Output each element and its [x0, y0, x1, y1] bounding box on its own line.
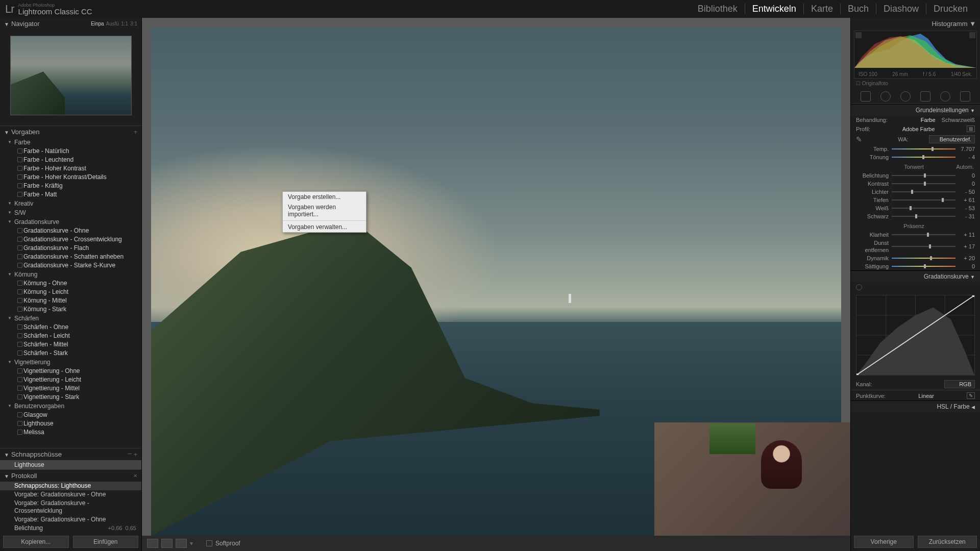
slider-Sättigung[interactable]: Sättigung0 — [851, 262, 980, 270]
histogram-display[interactable]: ISO 100 26 mm f / 5.6 1/40 Sek. — [854, 31, 977, 79]
navigator-header[interactable]: ▼Navigator Einpa Ausfü 1:1 3:1 — [0, 18, 141, 30]
preset-item[interactable]: Körnung - Mittel — [0, 296, 141, 305]
slider-Klarheit[interactable]: Klarheit+ 11 — [851, 231, 980, 239]
crop-tool-icon[interactable] — [861, 91, 871, 102]
slider-Schwarz[interactable]: Schwarz- 31 — [851, 212, 980, 220]
preset-item[interactable]: Vignettierung - Stark — [0, 393, 141, 402]
module-library[interactable]: Bibliothek — [691, 4, 745, 14]
zoom-fit[interactable]: Einpa — [91, 21, 104, 27]
before-after-icon[interactable] — [161, 539, 173, 548]
highlight-clip-icon[interactable] — [969, 32, 975, 38]
channel-dropdown[interactable]: RGB — [944, 380, 975, 388]
slider-Tiefen[interactable]: Tiefen+ 61 — [851, 196, 980, 204]
tonecurve-header[interactable]: Gradationskurve ▼ — [851, 270, 980, 282]
preset-group[interactable]: Benutzervorgaben — [0, 402, 141, 411]
preset-item[interactable]: Gradationskurve - Starke S-Kurve — [0, 261, 141, 270]
loupe-view-icon[interactable] — [147, 539, 158, 548]
eyedropper-icon[interactable]: ✎ — [856, 135, 862, 143]
snapshots-header[interactable]: ▼Schnappschüsse −+ — [0, 448, 141, 460]
preset-item[interactable]: Farbe - Hoher Kontrast — [0, 164, 141, 173]
basic-panel-header[interactable]: Grundeinstellungen ▼ — [851, 104, 980, 116]
history-header[interactable]: ▼Protokoll ✕ — [0, 469, 141, 482]
history-item[interactable]: Vorgabe: Gradationskurve - Ohne — [0, 490, 141, 499]
reset-button[interactable]: Zurücksetzen — [918, 536, 977, 548]
profile-value[interactable]: Adobe Farbe — [902, 126, 935, 132]
treatment-bw[interactable]: Schwarzweiß — [942, 116, 975, 123]
module-print[interactable]: Drucken — [926, 4, 975, 14]
wb-dropdown[interactable]: Benutzerdef. — [929, 135, 975, 143]
slider-Dunst entfernen[interactable]: Dunst entfernen+ 17 — [851, 239, 980, 254]
preset-group[interactable]: Vignettierung — [0, 358, 141, 367]
paste-button[interactable]: Einfügen — [73, 536, 139, 548]
preset-group[interactable]: Kreativ — [0, 199, 141, 208]
preset-item[interactable]: Schärfen - Mittel — [0, 340, 141, 349]
snapshot-remove-icon[interactable]: − — [128, 451, 132, 458]
preset-group[interactable]: S/W — [0, 208, 141, 217]
preset-item[interactable]: Schärfen - Leicht — [0, 332, 141, 340]
preset-item[interactable]: Vignettierung - Leicht — [0, 375, 141, 384]
preset-group[interactable]: Körnung — [0, 270, 141, 279]
preset-item[interactable]: Melissa — [0, 428, 141, 437]
preset-item[interactable]: Vignettierung - Mittel — [0, 384, 141, 393]
snapshot-add-icon[interactable]: + — [134, 451, 137, 458]
preset-item[interactable]: Schärfen - Ohne — [0, 323, 141, 332]
menu-import-preset[interactable]: Vorgaben werden importiert... — [283, 202, 366, 219]
menu-create-preset[interactable]: Vorgabe erstellen... — [283, 192, 366, 202]
spot-tool-icon[interactable] — [880, 91, 891, 102]
preset-group[interactable]: Schärfen — [0, 314, 141, 323]
redeye-tool-icon[interactable] — [900, 91, 911, 102]
menu-manage-preset[interactable]: Vorgaben verwalten... — [283, 222, 366, 232]
disclosure-icon[interactable]: ▾ — [190, 540, 193, 547]
module-develop[interactable]: Entwickeln — [745, 4, 804, 14]
presets-add-icon[interactable]: + — [134, 129, 137, 136]
copy-button[interactable]: Kopieren... — [3, 536, 69, 548]
preset-group[interactable]: Gradationskurve — [0, 217, 141, 227]
previous-button[interactable]: Vorherige — [854, 536, 914, 548]
history-item[interactable]: Vorgabe: Gradationskurve - Crossentwickl… — [0, 499, 141, 515]
preset-item[interactable]: Glasgow — [0, 411, 141, 419]
graduated-filter-icon[interactable] — [920, 91, 930, 102]
preset-item[interactable]: Körnung - Leicht — [0, 288, 141, 296]
slider-Tönung[interactable]: Tönung- 4 — [851, 153, 980, 161]
slider-Kontrast[interactable]: Kontrast0 — [851, 180, 980, 188]
module-book[interactable]: Buch — [841, 4, 876, 14]
pointcurve-value[interactable]: Linear — [918, 393, 934, 399]
preset-item[interactable]: Farbe - Leuchtend — [0, 156, 141, 164]
profile-browser-icon[interactable]: ⊞ — [967, 126, 975, 132]
module-map[interactable]: Karte — [804, 4, 841, 14]
preset-item[interactable]: Gradationskurve - Ohne — [0, 227, 141, 235]
slider-Weiß[interactable]: Weiß- 53 — [851, 204, 980, 212]
preset-item[interactable]: Schärfen - Stark — [0, 349, 141, 358]
preset-item[interactable]: Vignettierung - Ohne — [0, 367, 141, 375]
brush-tool-icon[interactable] — [960, 91, 970, 102]
zoom-custom[interactable]: 3:1 — [130, 21, 137, 27]
treatment-color[interactable]: Farbe — [921, 116, 936, 123]
slider-Belichtung[interactable]: Belichtung0 — [851, 171, 980, 180]
preset-item[interactable]: Farbe - Natürlich — [0, 147, 141, 156]
preset-item[interactable]: Gradationskurve - Flach — [0, 244, 141, 253]
zoom-fill[interactable]: Ausfü — [106, 21, 119, 27]
history-item[interactable]: Vorgabe: Gradationskurve - Ohne — [0, 515, 141, 524]
preset-item[interactable]: Gradationskurve - Crossentwicklung — [0, 235, 141, 244]
snapshot-item[interactable]: Lighthouse — [0, 460, 141, 469]
slider-Dynamik[interactable]: Dynamik+ 20 — [851, 254, 980, 262]
history-item[interactable]: Schnappschuss: Lighthouse — [0, 482, 141, 490]
preset-item[interactable]: Farbe - Matt — [0, 190, 141, 199]
hsl-header[interactable]: HSL / Farbe ◀ — [851, 400, 980, 412]
tone-curve-editor[interactable] — [856, 295, 975, 375]
preset-group[interactable]: Farbe — [0, 138, 141, 147]
tat-icon[interactable] — [856, 284, 862, 290]
navigator-preview[interactable] — [0, 30, 141, 126]
preset-item[interactable]: Farbe - Kräftig — [0, 182, 141, 190]
preset-item[interactable]: Farbe - Hoher Kontrast/Details — [0, 173, 141, 182]
presets-header[interactable]: ▼Vorgaben + — [0, 126, 141, 138]
preset-item[interactable]: Gradationskurve - Schatten anheben — [0, 253, 141, 261]
slider-Lichter[interactable]: Lichter- 50 — [851, 188, 980, 196]
history-item[interactable]: Belichtung +0,66 0,65 — [0, 524, 141, 533]
zoom-1-1[interactable]: 1:1 — [121, 21, 128, 27]
history-clear-icon[interactable]: ✕ — [133, 473, 137, 479]
softproof-checkbox[interactable] — [206, 540, 212, 546]
preset-item[interactable]: Lighthouse — [0, 419, 141, 428]
preset-item[interactable]: Körnung - Ohne — [0, 279, 141, 288]
shadow-clip-icon[interactable] — [855, 32, 862, 38]
